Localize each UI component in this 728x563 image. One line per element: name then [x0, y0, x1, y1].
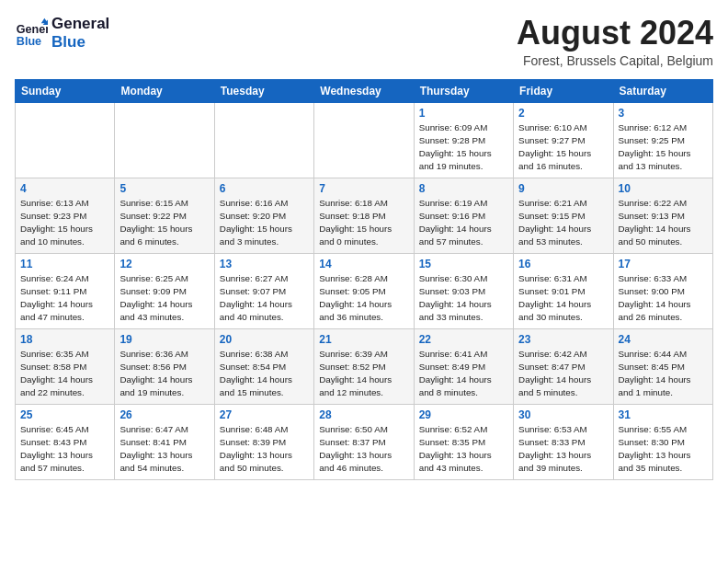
- logo-icon: General Blue: [15, 17, 48, 50]
- calendar-cell: [214, 102, 313, 178]
- calendar-table: SundayMondayTuesdayWednesdayThursdayFrid…: [15, 79, 713, 480]
- day-info: Sunrise: 6:15 AM Sunset: 9:22 PM Dayligh…: [119, 197, 209, 249]
- calendar-cell: 2Sunrise: 6:10 AM Sunset: 9:27 PM Daylig…: [514, 102, 613, 178]
- svg-text:Blue: Blue: [17, 34, 41, 47]
- day-info: Sunrise: 6:35 AM Sunset: 8:58 PM Dayligh…: [20, 348, 109, 400]
- day-number: 15: [419, 258, 508, 270]
- calendar-cell: 7Sunrise: 6:18 AM Sunset: 9:18 PM Daylig…: [314, 178, 414, 253]
- location-subtitle: Forest, Brussels Capital, Belgium: [517, 53, 713, 68]
- day-number: 2: [518, 107, 608, 120]
- weekday-header-saturday: Saturday: [613, 79, 712, 102]
- calendar-cell: 1Sunrise: 6:09 AM Sunset: 9:28 PM Daylig…: [414, 102, 513, 178]
- weekday-header-friday: Friday: [514, 79, 613, 102]
- day-number: 29: [419, 408, 508, 421]
- calendar-week-row: 1Sunrise: 6:09 AM Sunset: 9:28 PM Daylig…: [16, 102, 713, 178]
- day-number: 23: [518, 333, 608, 346]
- day-info: Sunrise: 6:38 AM Sunset: 8:54 PM Dayligh…: [220, 348, 309, 400]
- day-number: 3: [619, 107, 708, 120]
- calendar-cell: 11Sunrise: 6:24 AM Sunset: 9:11 PM Dayli…: [16, 253, 115, 328]
- calendar-cell: 8Sunrise: 6:19 AM Sunset: 9:16 PM Daylig…: [414, 178, 513, 253]
- calendar-cell: 12Sunrise: 6:25 AM Sunset: 9:09 PM Dayli…: [115, 253, 214, 328]
- page-header: General Blue General Blue August 2024 Fo…: [15, 15, 713, 68]
- day-info: Sunrise: 6:13 AM Sunset: 9:23 PM Dayligh…: [20, 197, 109, 249]
- day-number: 1: [419, 107, 508, 120]
- day-info: Sunrise: 6:24 AM Sunset: 9:11 PM Dayligh…: [20, 272, 109, 325]
- weekday-header-monday: Monday: [115, 79, 214, 102]
- day-info: Sunrise: 6:31 AM Sunset: 9:01 PM Dayligh…: [518, 272, 608, 325]
- calendar-cell: 21Sunrise: 6:39 AM Sunset: 8:52 PM Dayli…: [314, 328, 414, 404]
- day-number: 25: [20, 408, 109, 421]
- calendar-cell: 27Sunrise: 6:48 AM Sunset: 8:39 PM Dayli…: [214, 404, 313, 479]
- day-number: 28: [319, 408, 408, 421]
- day-info: Sunrise: 6:18 AM Sunset: 9:18 PM Dayligh…: [319, 197, 408, 249]
- weekday-header-thursday: Thursday: [414, 79, 513, 102]
- logo: General Blue General Blue: [15, 15, 109, 51]
- weekday-header-tuesday: Tuesday: [214, 79, 313, 102]
- calendar-cell: 19Sunrise: 6:36 AM Sunset: 8:56 PM Dayli…: [115, 328, 214, 404]
- day-number: 18: [20, 333, 109, 346]
- logo-text-line1: General: [51, 15, 109, 33]
- day-info: Sunrise: 6:44 AM Sunset: 8:45 PM Dayligh…: [619, 348, 708, 400]
- day-info: Sunrise: 6:16 AM Sunset: 9:20 PM Dayligh…: [220, 197, 309, 249]
- day-info: Sunrise: 6:27 AM Sunset: 9:07 PM Dayligh…: [220, 272, 309, 325]
- day-number: 13: [220, 258, 309, 270]
- day-info: Sunrise: 6:45 AM Sunset: 8:43 PM Dayligh…: [20, 423, 109, 476]
- day-info: Sunrise: 6:53 AM Sunset: 8:33 PM Dayligh…: [518, 423, 608, 476]
- calendar-cell: 15Sunrise: 6:30 AM Sunset: 9:03 PM Dayli…: [414, 253, 513, 328]
- calendar-cell: [115, 102, 214, 178]
- day-number: 11: [20, 258, 109, 270]
- logo-text-line2: Blue: [51, 33, 109, 52]
- day-number: 21: [319, 333, 408, 346]
- day-number: 30: [518, 408, 608, 421]
- calendar-cell: 28Sunrise: 6:50 AM Sunset: 8:37 PM Dayli…: [314, 404, 414, 479]
- weekday-header-row: SundayMondayTuesdayWednesdayThursdayFrid…: [16, 79, 713, 102]
- day-info: Sunrise: 6:33 AM Sunset: 9:00 PM Dayligh…: [619, 272, 708, 325]
- day-info: Sunrise: 6:21 AM Sunset: 9:15 PM Dayligh…: [518, 197, 608, 249]
- weekday-header-sunday: Sunday: [16, 79, 115, 102]
- calendar-week-row: 18Sunrise: 6:35 AM Sunset: 8:58 PM Dayli…: [16, 328, 713, 404]
- day-info: Sunrise: 6:55 AM Sunset: 8:30 PM Dayligh…: [619, 423, 708, 476]
- day-info: Sunrise: 6:42 AM Sunset: 8:47 PM Dayligh…: [518, 348, 608, 400]
- calendar-cell: 13Sunrise: 6:27 AM Sunset: 9:07 PM Dayli…: [214, 253, 313, 328]
- day-info: Sunrise: 6:48 AM Sunset: 8:39 PM Dayligh…: [220, 423, 309, 476]
- calendar-cell: 9Sunrise: 6:21 AM Sunset: 9:15 PM Daylig…: [514, 178, 613, 253]
- day-number: 8: [419, 182, 508, 195]
- day-number: 26: [119, 408, 209, 421]
- calendar-cell: 3Sunrise: 6:12 AM Sunset: 9:25 PM Daylig…: [613, 102, 712, 178]
- day-info: Sunrise: 6:12 AM Sunset: 9:25 PM Dayligh…: [619, 121, 708, 174]
- day-info: Sunrise: 6:10 AM Sunset: 9:27 PM Dayligh…: [518, 121, 608, 174]
- day-info: Sunrise: 6:47 AM Sunset: 8:41 PM Dayligh…: [119, 423, 209, 476]
- day-number: 22: [419, 333, 508, 346]
- calendar-cell: 16Sunrise: 6:31 AM Sunset: 9:01 PM Dayli…: [514, 253, 613, 328]
- calendar-cell: [16, 102, 115, 178]
- day-number: 5: [119, 182, 209, 195]
- day-info: Sunrise: 6:09 AM Sunset: 9:28 PM Dayligh…: [419, 121, 508, 174]
- calendar-cell: 23Sunrise: 6:42 AM Sunset: 8:47 PM Dayli…: [514, 328, 613, 404]
- calendar-cell: 10Sunrise: 6:22 AM Sunset: 9:13 PM Dayli…: [613, 178, 712, 253]
- day-number: 7: [319, 182, 408, 195]
- day-info: Sunrise: 6:28 AM Sunset: 9:05 PM Dayligh…: [319, 272, 408, 325]
- calendar-cell: 31Sunrise: 6:55 AM Sunset: 8:30 PM Dayli…: [613, 404, 712, 479]
- calendar-week-row: 11Sunrise: 6:24 AM Sunset: 9:11 PM Dayli…: [16, 253, 713, 328]
- calendar-cell: 26Sunrise: 6:47 AM Sunset: 8:41 PM Dayli…: [115, 404, 214, 479]
- day-number: 10: [619, 182, 708, 195]
- calendar-cell: 17Sunrise: 6:33 AM Sunset: 9:00 PM Dayli…: [613, 253, 712, 328]
- day-number: 9: [518, 182, 608, 195]
- calendar-cell: [314, 102, 414, 178]
- calendar-cell: 14Sunrise: 6:28 AM Sunset: 9:05 PM Dayli…: [314, 253, 414, 328]
- calendar-cell: 22Sunrise: 6:41 AM Sunset: 8:49 PM Dayli…: [414, 328, 513, 404]
- day-number: 17: [619, 258, 708, 270]
- day-number: 4: [20, 182, 109, 195]
- calendar-cell: 29Sunrise: 6:52 AM Sunset: 8:35 PM Dayli…: [414, 404, 513, 479]
- calendar-cell: 20Sunrise: 6:38 AM Sunset: 8:54 PM Dayli…: [214, 328, 313, 404]
- title-block: August 2024 Forest, Brussels Capital, Be…: [517, 15, 713, 68]
- day-info: Sunrise: 6:41 AM Sunset: 8:49 PM Dayligh…: [419, 348, 508, 400]
- day-info: Sunrise: 6:30 AM Sunset: 9:03 PM Dayligh…: [419, 272, 508, 325]
- day-number: 16: [518, 258, 608, 270]
- day-number: 27: [220, 408, 309, 421]
- day-info: Sunrise: 6:36 AM Sunset: 8:56 PM Dayligh…: [119, 348, 209, 400]
- day-info: Sunrise: 6:50 AM Sunset: 8:37 PM Dayligh…: [319, 423, 408, 476]
- day-info: Sunrise: 6:52 AM Sunset: 8:35 PM Dayligh…: [419, 423, 508, 476]
- calendar-week-row: 25Sunrise: 6:45 AM Sunset: 8:43 PM Dayli…: [16, 404, 713, 479]
- day-info: Sunrise: 6:39 AM Sunset: 8:52 PM Dayligh…: [319, 348, 408, 400]
